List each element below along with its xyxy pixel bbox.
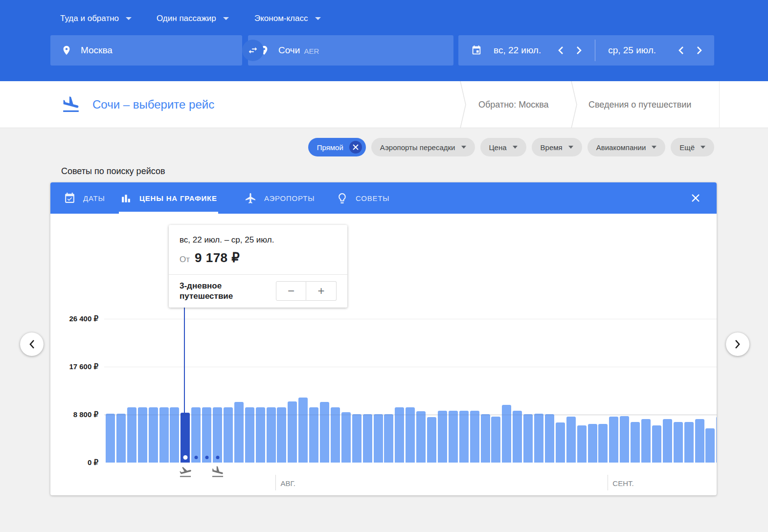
price-bar[interactable] bbox=[652, 425, 661, 463]
price-bar[interactable] bbox=[631, 422, 640, 463]
price-bar[interactable] bbox=[556, 422, 565, 463]
step-return-flight[interactable]: Обратно: Москва bbox=[478, 81, 549, 128]
price-bar[interactable] bbox=[320, 402, 329, 463]
divider bbox=[719, 81, 720, 128]
price-bar[interactable] bbox=[470, 411, 479, 463]
price-bar[interactable] bbox=[298, 398, 308, 463]
tab-даты[interactable]: ДАТЫ bbox=[64, 182, 105, 214]
scroll-right-button[interactable] bbox=[726, 332, 749, 356]
chevron-right-icon bbox=[734, 339, 742, 350]
decrease-trip-length-button[interactable]: − bbox=[276, 281, 306, 301]
price-bar-selected[interactable] bbox=[181, 413, 190, 463]
price-bar[interactable] bbox=[288, 401, 297, 463]
close-tips-button[interactable] bbox=[690, 192, 701, 206]
depart-date-prev-button[interactable] bbox=[558, 46, 564, 55]
price-bar[interactable] bbox=[256, 407, 265, 463]
filter-chip-label: Аэропорты пересадки bbox=[380, 143, 455, 152]
filter-chip[interactable]: Цена bbox=[480, 138, 526, 156]
price-bar[interactable] bbox=[406, 407, 415, 463]
tooltip-price: 9 178 ₽ bbox=[195, 250, 240, 266]
price-bar[interactable] bbox=[309, 407, 318, 463]
return-date-prev-button[interactable] bbox=[678, 46, 684, 55]
price-bar[interactable] bbox=[674, 422, 683, 463]
price-bar[interactable] bbox=[620, 416, 629, 463]
close-icon bbox=[353, 144, 359, 150]
depart-date-value[interactable]: вс, 22 июл. bbox=[494, 45, 541, 56]
step-trip-details[interactable]: Сведения о путешествии bbox=[588, 81, 691, 128]
filter-chip-label: Прямой bbox=[317, 143, 343, 152]
tab-цены-на-графике[interactable]: ЦЕНЫ НА ГРАФИКЕ bbox=[120, 182, 217, 214]
filter-chip[interactable]: Время bbox=[532, 138, 582, 156]
price-bar[interactable] bbox=[641, 419, 651, 463]
remove-filter-button[interactable] bbox=[349, 141, 362, 154]
chevron-down-icon bbox=[700, 146, 705, 149]
price-bar[interactable] bbox=[106, 414, 115, 463]
price-bar[interactable] bbox=[609, 417, 618, 463]
price-bar[interactable] bbox=[277, 407, 286, 463]
price-bar[interactable] bbox=[363, 414, 372, 463]
price-bar[interactable] bbox=[384, 414, 393, 463]
price-bar[interactable] bbox=[438, 411, 447, 463]
price-bar[interactable] bbox=[170, 407, 179, 463]
filter-chip[interactable]: Ещё bbox=[671, 138, 714, 156]
filter-chip[interactable]: Аэропорты пересадки bbox=[371, 138, 475, 156]
price-bar[interactable] bbox=[491, 417, 500, 463]
swap-route-button[interactable] bbox=[242, 40, 264, 61]
price-bar[interactable] bbox=[374, 414, 383, 463]
price-bar[interactable] bbox=[416, 411, 426, 463]
price-bar[interactable] bbox=[202, 407, 211, 463]
price-bar[interactable] bbox=[695, 419, 704, 463]
increase-trip-length-button[interactable]: + bbox=[306, 281, 337, 301]
price-bar[interactable] bbox=[191, 407, 201, 463]
tab-аэропорты[interactable]: АЭРОПОРТЫ bbox=[245, 182, 315, 214]
price-bar[interactable] bbox=[459, 411, 469, 463]
price-bar[interactable] bbox=[663, 419, 672, 463]
price-bar[interactable] bbox=[341, 412, 351, 463]
price-bar[interactable] bbox=[138, 407, 147, 463]
price-bar[interactable] bbox=[267, 407, 276, 463]
cabin-class-dropdown[interactable]: Эконом-класс bbox=[254, 14, 321, 23]
location-pin-icon bbox=[61, 45, 72, 56]
filter-chip-label: Ещё bbox=[679, 143, 695, 152]
price-bar[interactable] bbox=[502, 405, 511, 463]
price-bar[interactable] bbox=[545, 414, 554, 463]
filter-chip-direct[interactable]: Прямой bbox=[308, 138, 366, 156]
price-bar[interactable] bbox=[716, 417, 717, 463]
tab-советы[interactable]: СОВЕТЫ bbox=[336, 182, 389, 214]
price-bar[interactable] bbox=[523, 414, 533, 463]
trip-type-dropdown[interactable]: Туда и обратно bbox=[60, 14, 132, 23]
price-bar[interactable] bbox=[395, 407, 404, 463]
price-bar[interactable] bbox=[224, 407, 233, 463]
price-bar[interactable] bbox=[213, 407, 222, 463]
return-date-next-button[interactable] bbox=[697, 46, 702, 55]
price-bar[interactable] bbox=[513, 411, 522, 463]
price-bar[interactable] bbox=[159, 407, 169, 463]
price-bar[interactable] bbox=[116, 414, 126, 463]
price-bar[interactable] bbox=[127, 407, 136, 463]
passengers-dropdown[interactable]: Один пассажир bbox=[157, 14, 229, 23]
scroll-left-button[interactable] bbox=[20, 332, 44, 356]
price-bar[interactable] bbox=[481, 414, 490, 463]
price-bar[interactable] bbox=[577, 425, 587, 463]
price-bar[interactable] bbox=[427, 417, 436, 463]
depart-date-next-button[interactable] bbox=[576, 46, 582, 55]
price-bar[interactable] bbox=[149, 407, 158, 463]
gridline bbox=[104, 367, 717, 367]
price-bar[interactable] bbox=[705, 428, 715, 463]
price-bar[interactable] bbox=[588, 424, 597, 463]
passengers-label: Один пассажир bbox=[157, 14, 216, 23]
price-bar[interactable] bbox=[684, 422, 694, 463]
price-bar[interactable] bbox=[449, 411, 458, 463]
price-bar[interactable] bbox=[534, 414, 543, 463]
price-bar[interactable] bbox=[234, 402, 244, 463]
price-bar[interactable] bbox=[331, 407, 340, 463]
destination-field[interactable]: Сочи AER bbox=[248, 35, 453, 66]
price-bar[interactable] bbox=[245, 407, 254, 463]
return-date-value[interactable]: ср, 25 июл. bbox=[608, 45, 656, 56]
filter-chip[interactable]: Авиакомпании bbox=[587, 138, 666, 156]
price-bar[interactable] bbox=[598, 424, 608, 463]
price-bar[interactable] bbox=[566, 417, 576, 463]
price-bar[interactable] bbox=[352, 414, 361, 463]
bar-chart-icon bbox=[120, 192, 132, 204]
origin-field[interactable]: Москва bbox=[50, 35, 242, 66]
